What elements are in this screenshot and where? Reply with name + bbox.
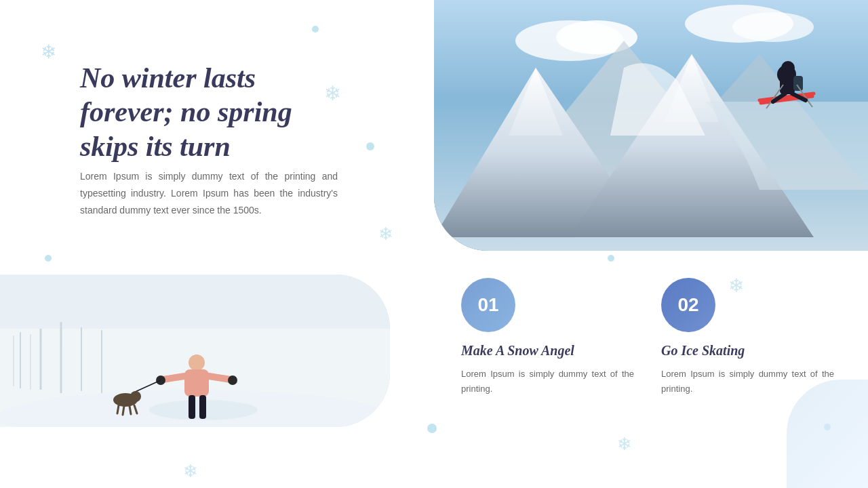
- svg-point-21: [130, 391, 141, 402]
- svg-rect-18: [199, 395, 206, 419]
- mountain-svg: [434, 0, 868, 251]
- svg-rect-42: [793, 76, 803, 91]
- activity-title-1: Make A Snow Angel: [461, 343, 634, 359]
- svg-point-11: [189, 354, 205, 371]
- svg-point-32: [685, 5, 793, 43]
- activity-number-2: 02: [661, 278, 715, 332]
- svg-line-22: [117, 405, 119, 413]
- winter-scene-svg: [0, 274, 390, 427]
- activity-title-2: Go Ice Skating: [661, 343, 834, 359]
- svg-rect-17: [189, 395, 195, 419]
- svg-line-24: [130, 406, 131, 414]
- heading-line3: skips its turn: [80, 131, 231, 162]
- svg-point-16: [228, 375, 237, 385]
- body-text: Lorem Ipsum is simply dummy text of the …: [80, 168, 338, 220]
- svg-point-40: [781, 61, 795, 75]
- main-heading: No winter lasts forever; no spring skips…: [80, 61, 351, 163]
- activity-item-2: 02 Go Ice Skating Lorem Ipsum is simply …: [661, 278, 834, 396]
- right-panel: 01 Make A Snow Angel Lorem Ipsum is simp…: [434, 0, 868, 488]
- activity-number-1: 01: [461, 278, 515, 332]
- heading-line1: No winter lasts: [80, 62, 256, 94]
- svg-rect-12: [184, 369, 209, 396]
- top-right-image: [434, 0, 868, 251]
- svg-line-13: [163, 376, 184, 380]
- left-panel: No winter lasts forever; no spring skips…: [0, 0, 434, 488]
- activity-item-1: 01 Make A Snow Angel Lorem Ipsum is simp…: [461, 278, 634, 396]
- heading-line2: forever; no spring: [80, 96, 292, 127]
- svg-line-23: [123, 406, 124, 415]
- svg-line-14: [209, 376, 231, 380]
- bottom-left-image: [0, 274, 390, 427]
- activity-desc-1: Lorem Ipsum is simply dummy text of the …: [461, 367, 634, 396]
